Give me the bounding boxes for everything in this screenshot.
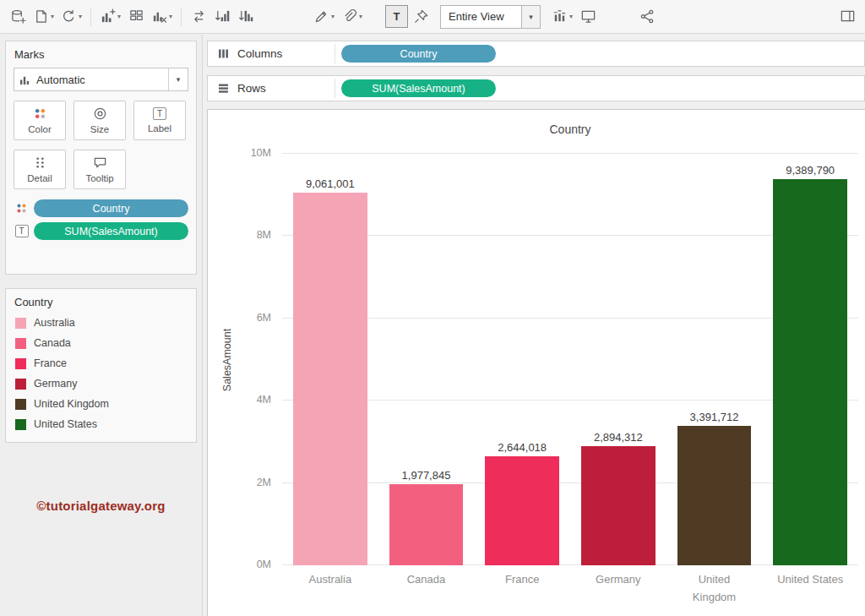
tooltip-button[interactable]: Tooltip — [73, 150, 126, 189]
columns-pill[interactable]: Country — [341, 45, 496, 63]
mark-type-selector[interactable]: Automatic ▾ — [14, 68, 188, 91]
share-button[interactable] — [636, 4, 658, 30]
group-members-button[interactable]: ▾ — [339, 4, 365, 30]
marks-button-row-2: Detail Tooltip — [14, 150, 188, 189]
rows-label-text: Rows — [237, 82, 266, 95]
bar-slot: 9,389,790 — [762, 154, 858, 565]
x-axis-label: Germany — [570, 571, 666, 607]
bar-france[interactable] — [485, 456, 559, 565]
new-datasource-button[interactable] — [7, 4, 29, 30]
highlight-pen-icon — [313, 8, 329, 25]
highlight-caret-icon: ▾ — [331, 13, 335, 20]
color-icon — [33, 106, 47, 121]
new-dashboard-button[interactable] — [125, 4, 147, 30]
legend-item[interactable]: Australia — [15, 317, 188, 329]
y-tick-label: 0M — [257, 559, 271, 571]
color-button-label: Color — [28, 124, 51, 134]
bars: 9,061,0011,977,8452,644,0182,894,3123,39… — [282, 154, 858, 565]
bar-slot: 3,391,712 — [666, 154, 763, 565]
marks-card: Marks Automatic ▾ Color Size T — [5, 41, 197, 275]
bar-value-label: 2,644,018 — [498, 441, 547, 454]
show-mark-labels-icon — [552, 8, 568, 25]
legend-label: France — [34, 357, 67, 369]
text-label-button[interactable]: T — [385, 5, 408, 28]
rows-shelf[interactable]: Rows SUM(SalesAmount) — [207, 75, 865, 101]
fit-selector[interactable]: Entire View ▾ — [440, 5, 541, 29]
undo-icon — [61, 8, 77, 25]
size-button[interactable]: Size — [73, 101, 126, 140]
chart-card: Country SalesAmount 0M2M4M6M8M10M 9,061,… — [207, 109, 865, 616]
swap-rows-columns-button[interactable] — [188, 4, 209, 30]
datasource-icon — [10, 8, 26, 25]
x-axis-label: United Kingdom — [666, 571, 763, 607]
toolbar-separator — [181, 8, 182, 26]
watermark: ©tutorialgateway.org — [0, 499, 202, 513]
highlight-button[interactable]: ▾ — [311, 4, 337, 30]
columns-shelf[interactable]: Columns Country — [207, 41, 865, 67]
rows-shelf-label: Rows — [208, 76, 335, 101]
mark-type-caret-icon[interactable]: ▾ — [168, 68, 188, 90]
detail-icon — [33, 155, 47, 170]
sort-ascending-button[interactable] — [211, 4, 233, 30]
legend-label: Canada — [34, 337, 71, 349]
sort-descending-button[interactable] — [235, 4, 257, 30]
fit-selector-caret-icon[interactable]: ▾ — [521, 6, 540, 28]
rows-shelf-body[interactable]: SUM(SalesAmount) — [335, 76, 864, 101]
detail-button[interactable]: Detail — [14, 150, 66, 189]
marks-pill-row-label: T SUM(SalesAmount) — [14, 222, 188, 240]
plot-area: 9,061,0011,977,8452,644,0182,894,3123,39… — [282, 154, 858, 565]
color-button[interactable]: Color — [14, 101, 66, 140]
toolbar-separator — [90, 8, 91, 26]
presentation-icon — [580, 8, 596, 25]
marks-pill-country[interactable]: Country — [34, 199, 188, 217]
columns-shelf-label: Columns — [208, 41, 335, 66]
bar-slot: 2,894,312 — [570, 154, 666, 565]
bar-value-label: 9,389,790 — [786, 164, 835, 177]
show-mark-labels-caret-icon: ▾ — [569, 13, 573, 20]
tooltip-button-label: Tooltip — [85, 173, 113, 183]
save-icon — [33, 8, 49, 25]
clear-sheet-button[interactable]: ▾ — [149, 4, 175, 30]
bar-united-states[interactable] — [773, 179, 847, 565]
bar-canada[interactable] — [389, 484, 464, 565]
tooltip-icon — [93, 155, 107, 170]
presentation-mode-button[interactable] — [577, 4, 599, 30]
sort-ascending-icon — [215, 8, 231, 25]
rows-pill[interactable]: SUM(SalesAmount) — [341, 79, 496, 97]
marks-pill-row-color: Country — [14, 199, 188, 217]
y-tick-label: 10M — [251, 147, 271, 160]
legend-swatch — [15, 419, 26, 430]
bar-value-label: 1,977,845 — [402, 469, 451, 482]
legend-item[interactable]: United States — [15, 418, 188, 430]
fix-axes-button[interactable] — [410, 4, 432, 30]
new-worksheet-button[interactable]: ▾ — [97, 4, 123, 30]
show-mark-labels-button[interactable]: ▾ — [549, 4, 575, 30]
legend-item[interactable]: France — [15, 357, 188, 369]
bar-australia[interactable] — [293, 193, 367, 565]
main-area: Columns Country Rows SUM(SalesAmount) Co… — [203, 35, 865, 616]
save-button[interactable]: ▾ — [30, 4, 57, 30]
show-me-icon — [840, 8, 856, 25]
bar-united-kingdom[interactable] — [677, 426, 752, 565]
new-worksheet-icon — [100, 8, 116, 25]
sort-descending-icon — [238, 8, 254, 25]
label-button[interactable]: T Label — [133, 101, 186, 140]
save-caret-icon: ▾ — [51, 13, 54, 20]
legend-item[interactable]: United Kingdom — [15, 398, 188, 410]
legend-swatch — [15, 318, 26, 329]
detail-button-label: Detail — [27, 173, 52, 183]
bar-germany[interactable] — [581, 446, 656, 565]
rows-icon — [217, 82, 230, 95]
toolbar: ▾ ▾ ▾ ▾ ▾ — [0, 0, 865, 34]
show-me-button[interactable] — [836, 4, 858, 30]
label-button-label: Label — [148, 123, 171, 134]
marks-pill-sum[interactable]: SUM(SalesAmount) — [34, 222, 188, 240]
label-t-icon: T — [153, 107, 166, 120]
columns-shelf-body[interactable]: Country — [335, 41, 864, 66]
undo-button[interactable]: ▾ — [58, 4, 84, 30]
y-tick-label: 4M — [257, 394, 271, 406]
legend-item[interactable]: Canada — [15, 337, 188, 349]
bar-slot: 2,644,018 — [474, 154, 570, 565]
bar-value-label: 2,894,312 — [594, 431, 643, 444]
legend-item[interactable]: Germany — [15, 378, 188, 390]
